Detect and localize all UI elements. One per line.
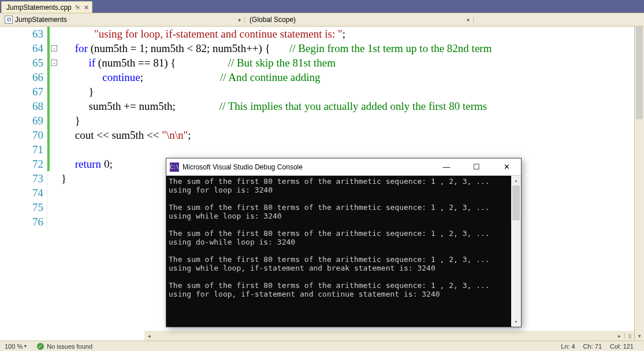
gutter-marks: -: [47, 56, 61, 70]
gutter-marks: [47, 186, 61, 200]
line-number: 73: [0, 171, 47, 186]
vertical-scrollbar[interactable]: ▴ ▾: [634, 27, 644, 341]
gutter-marks: [47, 84, 61, 99]
code-text[interactable]: sum5th += num5th; // This implies that y…: [61, 99, 487, 113]
scroll-thumb[interactable]: [636, 27, 643, 119]
line-number: 68: [0, 99, 47, 113]
change-marker: [47, 70, 50, 84]
code-text[interactable]: "using for loop, if-statement and contin…: [61, 27, 345, 41]
line-number: 66: [0, 70, 47, 84]
code-line[interactable]: 65- if (num5th == 81) { // But skip the …: [0, 56, 644, 70]
pin-icon[interactable]: ⏧: [75, 4, 81, 10]
gutter-marks: [47, 157, 61, 171]
gutter-marks: [47, 70, 61, 84]
minimize-icon[interactable]: —: [433, 158, 460, 175]
issues-status[interactable]: ✓ No issues found: [31, 343, 98, 350]
window-close-icon[interactable]: ✕: [493, 158, 520, 175]
status-bar: 100 % ▾ ✓ No issues found Ln: 4 Ch: 71 C…: [0, 341, 644, 351]
scroll-down-arrow[interactable]: ▾: [635, 331, 644, 341]
split-icon[interactable]: ▯: [624, 333, 634, 339]
file-tab[interactable]: JumpStatements.cpp ⏧ ×: [1, 1, 92, 13]
code-text[interactable]: for (num5th = 1; num5th < 82; num5th++) …: [61, 41, 492, 56]
code-line[interactable]: 63 "using for loop, if-statement and con…: [0, 27, 644, 41]
code-line[interactable]: 71: [0, 142, 644, 157]
console-scroll-down-icon[interactable]: ▾: [511, 317, 521, 327]
line-number: 63: [0, 27, 47, 41]
line-number: 71: [0, 142, 47, 157]
line-number: 67: [0, 84, 47, 99]
scope-dropdown[interactable]: (Global Scope): [245, 13, 300, 26]
context-label: JumpStatements: [15, 16, 67, 24]
change-marker: [47, 157, 50, 171]
debug-console-window[interactable]: C:\ Microsoft Visual Studio Debug Consol…: [166, 158, 522, 327]
fold-toggle-icon[interactable]: -: [51, 45, 57, 51]
code-text[interactable]: cout << sum5th << "\n\n";: [61, 128, 191, 142]
line-number: 69: [0, 113, 47, 128]
close-icon[interactable]: ×: [84, 3, 89, 12]
line-number: 76: [0, 215, 47, 229]
line-number: 70: [0, 128, 47, 142]
change-marker: [47, 56, 50, 70]
change-marker: [47, 27, 50, 41]
navigation-bar: ⧉ JumpStatements ▾ (Global Scope) ▾: [0, 13, 644, 27]
context-dropdown[interactable]: ⧉ JumpStatements: [0, 13, 72, 26]
gutter-marks: [47, 200, 61, 215]
gutter-marks: [47, 113, 61, 128]
gutter-marks: [47, 99, 61, 113]
tab-filename: JumpStatements.cpp: [6, 3, 72, 12]
line-number: 74: [0, 186, 47, 200]
change-marker: [47, 113, 50, 128]
code-text[interactable]: return 0;: [61, 157, 113, 171]
change-marker: [47, 128, 50, 142]
gutter-marks: [47, 215, 61, 229]
line-number: 64: [0, 41, 47, 56]
console-titlebar[interactable]: C:\ Microsoft Visual Studio Debug Consol…: [166, 158, 521, 176]
fold-toggle-icon[interactable]: -: [51, 60, 57, 66]
console-scroll-thumb[interactable]: [512, 186, 520, 220]
gutter-marks: [47, 27, 61, 41]
change-marker: [47, 99, 50, 113]
zoom-level[interactable]: 100 % ▾: [0, 343, 31, 350]
code-line[interactable]: 67 }: [0, 84, 644, 99]
line-indicator: Ln: 4: [561, 343, 575, 350]
code-line[interactable]: 64- for (num5th = 1; num5th < 82; num5th…: [0, 41, 644, 56]
cpp-file-icon: ⧉: [5, 16, 13, 24]
code-line[interactable]: 69 }: [0, 113, 644, 128]
tab-bar: JumpStatements.cpp ⏧ ×: [0, 0, 644, 13]
char-indicator: Ch: 71: [583, 343, 602, 350]
change-marker: [47, 41, 50, 56]
scroll-right-arrow[interactable]: ▸: [615, 333, 624, 339]
console-output-area[interactable]: The sum of the first 80 terms of the ari…: [166, 176, 521, 327]
scroll-left-arrow[interactable]: ◂: [144, 333, 154, 339]
gutter-marks: [47, 128, 61, 142]
line-number: 65: [0, 56, 47, 70]
gutter-marks: [47, 171, 61, 186]
code-line[interactable]: 70 cout << sum5th << "\n\n";: [0, 128, 644, 142]
col-indicator: Col: 121: [610, 343, 634, 350]
code-text[interactable]: }: [61, 113, 80, 128]
code-text[interactable]: if (num5th == 81) { // But skip the 81st…: [61, 56, 336, 70]
scope-dropdown-arrow[interactable]: ▾: [300, 17, 474, 23]
code-text[interactable]: continue; // And continue adding: [61, 70, 321, 84]
maximize-icon[interactable]: ☐: [463, 158, 490, 175]
check-icon: ✓: [37, 343, 44, 350]
change-marker: [47, 84, 50, 99]
gutter-marks: [47, 142, 61, 157]
change-marker: [47, 142, 50, 157]
line-number: 72: [0, 157, 47, 171]
issues-text: No issues found: [47, 343, 92, 350]
console-scroll-up-icon[interactable]: ▴: [511, 176, 521, 186]
horizontal-scrollbar[interactable]: ◂ ▸ ▯: [144, 331, 634, 341]
console-app-icon: C:\: [170, 162, 179, 172]
code-line[interactable]: 66 continue; // And continue adding: [0, 70, 644, 84]
code-text[interactable]: }: [61, 84, 94, 99]
zoom-dropdown-icon[interactable]: ▾: [24, 343, 27, 349]
code-line[interactable]: 68 sum5th += num5th; // This implies tha…: [0, 99, 644, 113]
console-output: The sum of the first 80 terms of the ari…: [169, 177, 519, 298]
console-title: Microsoft Visual Studio Debug Console: [183, 163, 430, 171]
code-text[interactable]: }: [61, 171, 66, 186]
line-number: 75: [0, 200, 47, 215]
context-dropdown-arrow[interactable]: ▾: [72, 17, 245, 23]
console-scrollbar[interactable]: ▴ ▾: [511, 176, 521, 327]
gutter-marks: -: [47, 41, 61, 56]
